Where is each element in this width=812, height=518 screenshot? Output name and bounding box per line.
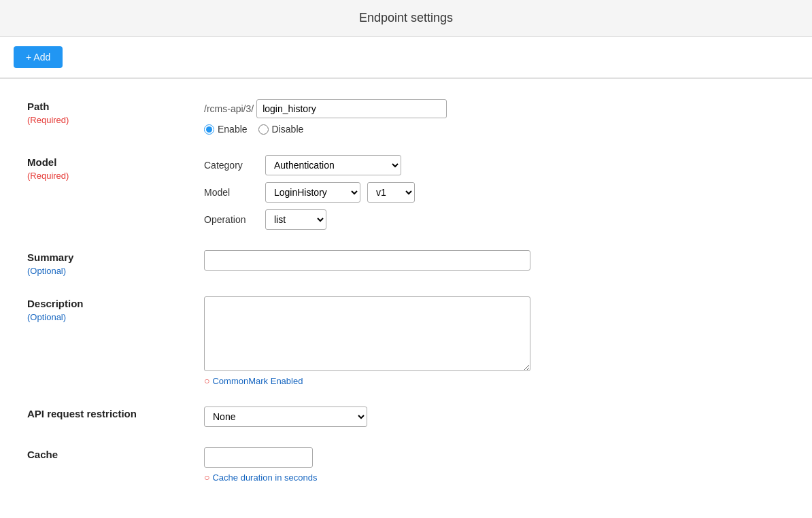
commonmark-hint: ○ CommonMark Enabled bbox=[204, 375, 785, 386]
model-section: Model (Required) Category Authentication… bbox=[27, 155, 785, 230]
model-select[interactable]: LoginHistory Member Content bbox=[265, 182, 360, 203]
api-restriction-section: API request restriction None Login requi… bbox=[27, 407, 785, 427]
cache-hint-text: Cache duration in seconds bbox=[212, 472, 317, 483]
enable-radio[interactable] bbox=[204, 124, 214, 135]
model-label-col: Model (Required) bbox=[27, 155, 204, 181]
page-title: Endpoint settings bbox=[359, 11, 453, 24]
description-textarea[interactable] bbox=[204, 296, 530, 371]
path-input[interactable] bbox=[256, 99, 447, 118]
cache-section: Cache ○ Cache duration in seconds bbox=[27, 447, 785, 483]
api-restriction-label: API request restriction bbox=[27, 408, 204, 419]
model-row: Model LoginHistory Member Content v1 v2 bbox=[204, 182, 785, 203]
description-label-col: Description (Optional) bbox=[27, 296, 204, 322]
cache-input[interactable] bbox=[204, 447, 313, 468]
api-restriction-select[interactable]: None Login required Member only bbox=[204, 407, 367, 427]
summary-optional: (Optional) bbox=[27, 266, 204, 276]
form-container: Path (Required) /rcms-api/3/ Enable Disa… bbox=[0, 79, 812, 518]
path-label: Path bbox=[27, 101, 204, 112]
operation-row: Operation list get post put delete bbox=[204, 209, 785, 230]
page-header: Endpoint settings bbox=[0, 0, 812, 37]
enable-radio-label[interactable]: Enable bbox=[204, 124, 248, 135]
model-required: (Required) bbox=[27, 171, 204, 181]
model-label: Model bbox=[27, 156, 204, 168]
add-button[interactable]: + Add bbox=[14, 46, 63, 68]
path-row: /rcms-api/3/ bbox=[204, 99, 785, 118]
radio-row: Enable Disable bbox=[204, 124, 785, 135]
description-label: Description bbox=[27, 298, 204, 309]
path-required: (Required) bbox=[27, 115, 204, 125]
path-label-col: Path (Required) bbox=[27, 99, 204, 125]
toolbar: + Add bbox=[0, 37, 812, 78]
disable-radio-label[interactable]: Disable bbox=[258, 124, 304, 135]
description-control-col: ○ CommonMark Enabled bbox=[204, 296, 785, 386]
summary-control-col bbox=[204, 250, 785, 271]
disable-radio[interactable] bbox=[258, 124, 269, 135]
model-control-col: Category Authentication Content Member F… bbox=[204, 155, 785, 230]
summary-input[interactable] bbox=[204, 250, 530, 271]
summary-label: Summary bbox=[27, 252, 204, 263]
api-restriction-label-col: API request restriction bbox=[27, 407, 204, 422]
operation-row-label: Operation bbox=[204, 214, 258, 225]
model-grid: Category Authentication Content Member F… bbox=[204, 155, 785, 230]
commonmark-icon: ○ bbox=[204, 375, 209, 386]
category-row: Category Authentication Content Member F… bbox=[204, 155, 785, 175]
commonmark-text: CommonMark Enabled bbox=[212, 376, 303, 386]
disable-label: Disable bbox=[272, 124, 304, 135]
api-restriction-control-col: None Login required Member only bbox=[204, 407, 785, 427]
category-select[interactable]: Authentication Content Member Form bbox=[265, 155, 401, 175]
summary-section: Summary (Optional) bbox=[27, 250, 785, 276]
description-optional: (Optional) bbox=[27, 312, 204, 322]
cache-hint: ○ Cache duration in seconds bbox=[204, 472, 785, 483]
cache-hint-icon: ○ bbox=[204, 472, 209, 483]
summary-label-col: Summary (Optional) bbox=[27, 250, 204, 276]
cache-label-col: Cache bbox=[27, 447, 204, 463]
cache-label: Cache bbox=[27, 449, 204, 460]
path-control-col: /rcms-api/3/ Enable Disable bbox=[204, 99, 785, 135]
model-row-label: Model bbox=[204, 187, 258, 198]
path-prefix: /rcms-api/3/ bbox=[204, 103, 254, 114]
cache-control-col: ○ Cache duration in seconds bbox=[204, 447, 785, 483]
category-row-label: Category bbox=[204, 160, 258, 171]
path-section: Path (Required) /rcms-api/3/ Enable Disa… bbox=[27, 99, 785, 135]
description-section: Description (Optional) ○ CommonMark Enab… bbox=[27, 296, 785, 386]
operation-select[interactable]: list get post put delete bbox=[265, 209, 326, 230]
enable-label: Enable bbox=[218, 124, 248, 135]
version-select[interactable]: v1 v2 bbox=[367, 182, 415, 203]
